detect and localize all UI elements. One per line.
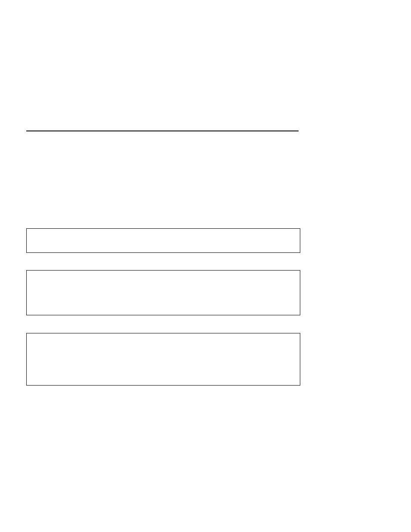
- empty-box-1: [26, 228, 300, 253]
- empty-box-3: [26, 333, 300, 386]
- horizontal-rule: [26, 131, 299, 131]
- empty-box-2: [26, 270, 300, 315]
